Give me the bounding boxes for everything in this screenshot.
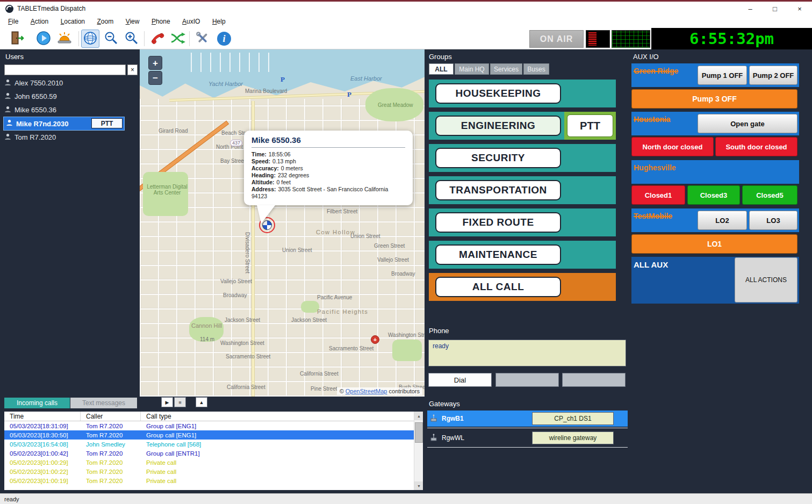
close-button[interactable]: × — [787, 2, 812, 16]
tab-incoming-calls[interactable]: Incoming calls — [4, 398, 70, 408]
column-call-type[interactable]: Call type — [141, 412, 423, 421]
window-title: TABLETmedia Dispatch — [17, 5, 85, 12]
menu-file[interactable]: File — [3, 16, 23, 28]
phone-blank-button[interactable] — [495, 373, 559, 387]
menu-help[interactable]: Help — [207, 16, 231, 28]
call-row[interactable]: 05/02/2023[01:00:19]Tom R7.2020Private c… — [4, 476, 423, 485]
menu-location[interactable]: Location — [56, 16, 90, 28]
groups-tab-all[interactable]: ALL — [429, 63, 454, 75]
map-zoom-out-button[interactable]: − — [148, 71, 162, 85]
group-button-engineering[interactable]: ENGINEERING — [435, 116, 561, 136]
zoom-out-button[interactable] — [102, 30, 120, 48]
map-canvas[interactable]: Yacht Harbor East Harbor Marina Boulevar… — [140, 49, 425, 397]
search-clear-icon[interactable]: × — [127, 64, 138, 75]
closed3-button[interactable]: Closed3 — [687, 185, 740, 205]
scrollbar-thumb[interactable] — [415, 422, 423, 443]
lo2-button[interactable]: LO2 — [698, 211, 747, 230]
scroll-up-icon[interactable]: ▲ — [414, 412, 423, 420]
user-ptt-button[interactable]: PTT — [91, 118, 123, 128]
pump2-button[interactable]: Pump 2 OFF — [749, 66, 797, 85]
aux-section-label: TestMobile — [634, 212, 672, 220]
group-ptt-button[interactable]: PTT — [567, 114, 613, 137]
audio-level-display — [586, 30, 610, 48]
gateway-separator — [427, 447, 628, 448]
closed1-button[interactable]: Closed1 — [631, 185, 685, 205]
user-list-item[interactable]: Tom R7.2020 — [0, 131, 140, 144]
user-list-item[interactable]: Mike 6550.36 — [0, 103, 140, 117]
group-button-security[interactable]: SECURITY — [435, 148, 561, 168]
lo1-button[interactable]: LO1 — [631, 234, 797, 254]
alarm-button[interactable] — [55, 30, 74, 48]
calls-scrollbar[interactable]: ▲ ▼ — [414, 412, 423, 490]
call-row-selected[interactable]: 05/03/2023[18:30:50]Tom R7.2020Group cal… — [4, 430, 423, 440]
closed5-button[interactable]: Closed5 — [742, 185, 797, 205]
group-button-maintenance[interactable]: MAINTENANCE — [435, 244, 561, 265]
gateway-row-selected[interactable]: RgwB1 CP_ch1 DS1 — [427, 411, 628, 427]
menu-auxio[interactable]: AuxIO — [177, 16, 205, 28]
menu-zoom[interactable]: Zoom — [92, 16, 118, 28]
lo3-button[interactable]: LO3 — [749, 211, 797, 230]
crossing-arrows-icon — [170, 31, 186, 47]
gateway-row[interactable]: RgwWL wireline gateway — [427, 430, 628, 446]
group-button-housekeeping[interactable]: HOUSEKEEPING — [435, 83, 561, 104]
user-list-item-selected[interactable]: Mike R7nd.2030 PTT — [3, 117, 125, 131]
user-list-item[interactable]: John 6550.59 — [0, 90, 140, 103]
pump1-button[interactable]: Pump 1 OFF — [698, 66, 747, 85]
groups-tab-services[interactable]: Services — [490, 63, 522, 75]
phone-blank-button[interactable] — [562, 373, 626, 387]
call-row[interactable]: 05/03/2023[18:31:09]Tom R7.2020Group cal… — [4, 421, 423, 430]
all-actions-button[interactable]: ALL ACTIONS — [735, 257, 797, 303]
globe-icon — [83, 31, 98, 47]
play-button[interactable] — [34, 30, 53, 48]
group-button-fixed-route[interactable]: FIXED ROUTE — [435, 212, 561, 233]
user-name: John 6550.59 — [15, 92, 57, 100]
exit-button[interactable] — [9, 30, 27, 48]
user-list-item[interactable]: Alex 7550.2010 — [0, 76, 140, 90]
column-time[interactable]: Time — [4, 412, 81, 421]
menu-action[interactable]: Action — [26, 16, 53, 28]
open-gate-button[interactable]: Open gate — [698, 114, 797, 133]
maximize-button[interactable]: □ — [763, 2, 787, 16]
group-button-all-call[interactable]: ALL CALL — [435, 277, 561, 297]
clock-display: 6:55:32pm — [651, 28, 812, 49]
toolbar: i ON AIR 6:55:32pm — [0, 28, 812, 49]
patch-button[interactable] — [169, 30, 187, 48]
cluster-marker[interactable]: + — [371, 335, 379, 344]
settings-button[interactable] — [193, 30, 212, 48]
popup-field: Altitude:0 feet — [251, 179, 405, 186]
osm-link[interactable]: OpenStreetMap — [346, 388, 387, 394]
menu-view[interactable]: View — [121, 16, 145, 28]
column-caller[interactable]: Caller — [81, 412, 141, 421]
info-button[interactable]: i — [215, 30, 233, 48]
minimize-button[interactable]: – — [738, 2, 763, 16]
user-icon — [6, 119, 13, 128]
tab-text-messages[interactable]: Text messages — [70, 398, 137, 408]
on-air-indicator[interactable]: ON AIR — [529, 30, 584, 48]
call-row[interactable]: 05/02/2023[01:00:42]Tom R7.2020Group cal… — [4, 449, 423, 458]
users-search-input[interactable] — [4, 64, 126, 75]
map-zoom-in-button[interactable]: + — [148, 56, 162, 70]
call-row[interactable]: 05/03/2023[16:54:08]John SmedleyTelephon… — [4, 440, 423, 449]
dial-button[interactable]: Dial — [428, 373, 492, 387]
map-park-area — [143, 172, 188, 216]
call-row[interactable]: 05/02/2023[01:00:29]Tom R7.2020Private c… — [4, 458, 423, 467]
map-globe-button[interactable] — [81, 30, 99, 48]
playback-play-icon[interactable]: ▶ — [161, 397, 173, 407]
zoom-in-button[interactable] — [123, 30, 141, 48]
menu-phone[interactable]: Phone — [147, 16, 175, 28]
scroll-down-icon[interactable]: ▼ — [414, 481, 423, 490]
gateway-channel-button[interactable]: CP_ch1 DS1 — [532, 412, 614, 425]
groups-tab-buses[interactable]: Buses — [523, 63, 549, 75]
popup-field: Address:3035 Scott Street - San Francisc… — [251, 186, 405, 200]
telephone-button[interactable] — [148, 30, 167, 48]
aux-panel-title: AUX I/O — [633, 53, 659, 61]
pump3-button[interactable]: Pump 3 OFF — [631, 89, 797, 109]
call-row[interactable]: 05/02/2023[01:00:22]Tom R7.2020Private c… — [4, 467, 423, 476]
south-door-button[interactable]: South door closed — [715, 137, 797, 156]
gateway-channel-button[interactable]: wireline gateway — [532, 431, 614, 444]
group-button-transportation[interactable]: TRANSPORTATION — [435, 180, 561, 200]
scroll-to-top-icon[interactable]: ▲ — [196, 397, 207, 407]
playback-stop-icon[interactable]: ■ — [174, 397, 186, 407]
groups-tab-main-hq[interactable]: Main HQ — [455, 63, 489, 75]
north-door-button[interactable]: North door closed — [631, 137, 714, 156]
